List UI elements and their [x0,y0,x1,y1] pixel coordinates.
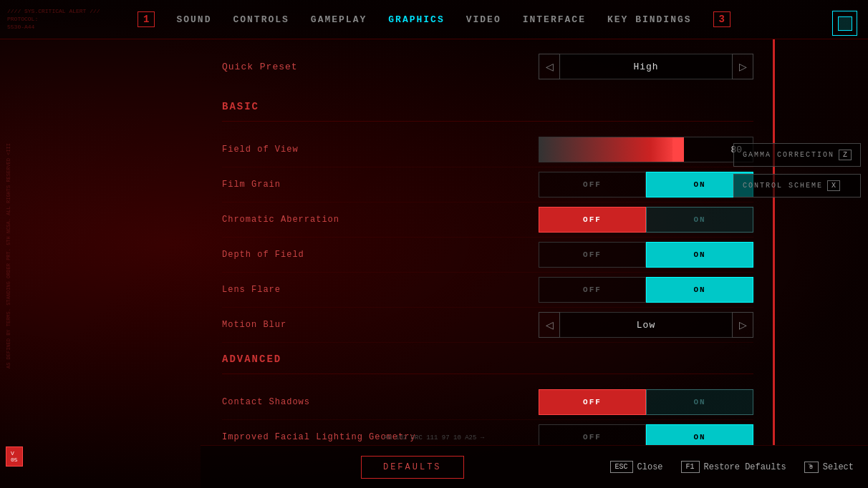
dof-on[interactable]: ON [646,242,753,268]
preset-selector: ◁ High ▷ [539,54,753,79]
lensflare-on[interactable]: ON [646,277,753,303]
lensflare-off[interactable]: OFF [539,277,646,303]
nav-bracket-right: 3 [713,11,730,27]
motionblur-label: Motion Blur [222,320,539,330]
nav-bracket-left: 1 [138,11,155,27]
preset-arrow-right[interactable]: ▷ [732,54,753,79]
bottom-actions: ESC Close F1 Restore Defaults 🖱 Select [610,461,854,473]
preset-arrow-left[interactable]: ◁ [539,54,560,79]
setting-row-lensflare: Lens Flare OFF ON [222,273,753,308]
control-scheme-btn[interactable]: CONTROL SCHEME X [733,174,861,197]
setting-row-dof: Depth of Field OFF ON [222,238,753,273]
contactshadows-off[interactable]: OFF [539,389,646,415]
chromatic-on[interactable]: ON [646,207,753,233]
motionblur-selector: ◁ Low ▷ [539,312,753,338]
setting-row-motionblur: Motion Blur ◁ Low ▷ [222,308,753,343]
nav-item-sound[interactable]: SOUND [176,14,211,25]
gamma-key: Z [839,150,852,160]
esc-key-badge[interactable]: ESC [610,461,633,473]
nav-item-controls[interactable]: CONTROLS [233,14,289,25]
chromatic-off[interactable]: OFF [539,207,646,233]
contactshadows-toggle[interactable]: OFF ON [539,389,753,415]
nav-item-video[interactable]: VIDEO [466,14,501,25]
top-right-icon [832,11,857,36]
main-content: Quick Preset ◁ High ▷ Basic Field of Vie… [201,39,775,445]
defaults-button[interactable]: DEFAULTS [361,456,464,479]
setting-row-filmgrain: Film Grain OFF ON [222,167,753,202]
preset-value: High [560,54,732,79]
contactshadows-on[interactable]: ON [646,389,753,415]
setting-row-fov: Field of View 80 [222,132,753,167]
select-label: Select [823,462,854,472]
advanced-header: Advanced [222,353,753,365]
red-line [773,39,775,445]
gamma-correction-btn[interactable]: GAMMA CORRECTION Z [733,143,861,167]
filmgrain-label: Film Grain [222,180,539,190]
top-right-icon-inner [838,16,852,31]
motionblur-arrow-right[interactable]: ▷ [732,312,753,338]
right-panel: GAMMA CORRECTION Z CONTROL SCHEME X [733,143,861,197]
motionblur-arrow-left[interactable]: ◁ [539,312,560,338]
defaults-container: DEFAULTS [215,456,610,479]
filmgrain-off[interactable]: OFF [539,172,646,197]
restore-label: Restore Defaults [704,462,786,472]
dof-off[interactable]: OFF [539,242,646,268]
dof-label: Depth of Field [222,250,539,260]
chromatic-label: Chromatic Aberration [222,215,539,225]
setting-row-chromatic: Chromatic Aberration OFF ON [222,202,753,238]
dof-toggle[interactable]: OFF ON [539,242,753,268]
chromatic-toggle[interactable]: OFF ON [539,207,753,233]
bottom-bar: DEFAULTS ESC Close F1 Restore Defaults 🖱… [201,445,868,488]
motionblur-value: Low [560,312,732,338]
contactshadows-label: Contact Shadows [222,397,539,407]
action-select: 🖱 Select [804,462,854,473]
basic-header: Basic [222,101,753,112]
left-sidebar: //// SYS.CRITICAL ALERT /// PROTOCOL: 55… [0,0,201,488]
action-close: ESC Close [610,461,663,473]
nav-item-gameplay[interactable]: GAMEPLAY [311,14,367,25]
lensflare-label: Lens Flare [222,285,539,295]
left-vertical-text: AS DEFINED BY TERMS. STANDING ORDER PRT.… [6,143,12,369]
lensflare-toggle[interactable]: OFF ON [539,277,753,303]
control-scheme-key: X [827,180,840,191]
fov-slider[interactable]: 80 [539,137,753,162]
close-label: Close [637,462,663,472]
f1-key-badge[interactable]: F1 [681,461,700,473]
preset-label: Quick Preset [222,62,298,72]
fov-fill [539,137,678,162]
settings-panel: Quick Preset ◁ High ▷ Basic Field of Vie… [201,39,775,445]
version-badge: V05 [6,446,23,467]
nav-item-graphics[interactable]: GRAPHICS [388,14,444,25]
nav-item-interface[interactable]: INTERFACE [523,14,586,25]
fov-thumb [672,137,684,162]
gamma-label: GAMMA CORRECTION [743,151,834,159]
control-scheme-label: CONTROL SCHEME [743,182,823,190]
status-bar: AN 102 DRC 111 97 10 A25 → [0,434,868,441]
mouse-icon: 🖱 [804,462,819,473]
advanced-section: Advanced [222,353,753,374]
advanced-divider [222,374,753,374]
filmgrain-toggle[interactable]: OFF ON [539,172,753,197]
preset-row: Quick Preset ◁ High ▷ [222,54,753,87]
fov-label: Field of View [222,145,539,155]
action-restore: F1 Restore Defaults [681,461,786,473]
top-nav: 1 SOUND CONTROLS GAMEPLAY GRAPHICS VIDEO… [0,0,868,39]
basic-divider [222,121,753,122]
setting-row-contactshadows: Contact Shadows OFF ON [222,385,753,420]
nav-item-keybindings[interactable]: KEY BINDINGS [607,14,692,25]
